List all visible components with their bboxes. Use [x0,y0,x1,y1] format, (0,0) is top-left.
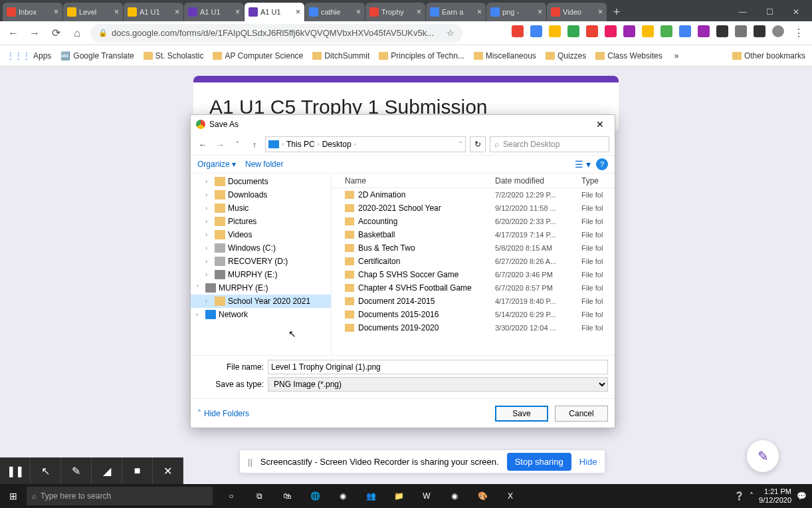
new-tab-button[interactable]: + [607,3,626,21]
pen-record-button[interactable]: ✎ [61,457,92,484]
expand-icon[interactable]: › [205,178,212,185]
tree-item[interactable]: ›Documents [191,175,331,188]
expand-icon[interactable]: › [205,258,212,265]
tree-item[interactable]: ˅MURPHY (E:) [191,281,331,295]
file-row[interactable]: Document 2014-20154/17/2019 8:40 P...Fil… [332,295,615,308]
new-folder-button[interactable]: New folder [245,160,283,169]
chrome-active-icon[interactable]: ◉ [441,484,468,508]
ext-icon[interactable] [735,25,747,37]
file-row[interactable]: Documents 2019-20203/30/2020 12:04 ...Fi… [332,321,615,334]
breadcrumb[interactable]: › This PC › Desktop › ˅ [265,136,466,152]
dialog-close-button[interactable]: ✕ [591,118,609,131]
ext-icon[interactable] [642,25,654,37]
chrome-icon[interactable]: ◉ [330,484,356,508]
bookmark-overflow[interactable]: » [674,51,679,61]
reload-button[interactable]: ⟳ [48,25,64,41]
bookmark-item[interactable]: Quizzes [546,51,586,61]
bookmark-item[interactable]: St. Scholastic [144,51,204,61]
browser-tab[interactable]: A1 U1× [124,3,183,21]
tab-close-icon[interactable]: × [417,7,421,17]
cortana-icon[interactable]: ○ [218,484,245,508]
ext-icon[interactable] [660,25,672,37]
teams-icon[interactable]: 👥 [357,484,384,508]
tab-close-icon[interactable]: × [356,7,361,17]
edit-fab[interactable]: ✎ [747,440,779,472]
notifications-icon[interactable]: 💬 [797,491,807,501]
tab-close-icon[interactable]: × [598,7,603,17]
file-row[interactable]: Accounting6/20/2020 2:33 P...File fol [332,215,615,228]
ext-icon[interactable] [716,25,728,37]
ext-icon[interactable] [549,25,561,37]
forward-button[interactable]: → [27,25,43,41]
dialog-titlebar[interactable]: Save As ✕ [191,115,615,134]
expand-icon[interactable]: › [196,311,203,318]
tab-close-icon[interactable]: × [538,7,542,17]
file-row[interactable]: Bus & Tech Two5/8/2020 8:15 AMFile fol [332,241,615,255]
edge-icon[interactable]: 🌐 [302,484,328,508]
bookmark-item[interactable]: 🔤Google Translate [60,51,134,61]
explorer-icon[interactable]: 📁 [385,484,412,508]
browser-tab[interactable]: Trophy× [365,3,425,21]
view-menu[interactable]: ☰ ▾ [575,159,591,170]
browser-tab[interactable]: A1 U1× [245,3,304,21]
tree-item[interactable]: ›Downloads [191,188,331,201]
back-button[interactable]: ← [5,25,21,41]
browser-tab[interactable]: Level× [63,3,123,21]
save-button[interactable]: Save [495,406,548,422]
hide-sharing-button[interactable]: Hide [579,457,597,467]
file-row[interactable]: Certificaiton6/27/2020 8:26 A...File fol [332,255,615,268]
close-window-button[interactable]: ✕ [783,3,809,21]
refresh-button[interactable]: ↻ [470,136,486,152]
taskview-icon[interactable]: ⧉ [246,484,272,508]
ext-icon[interactable] [512,25,524,37]
puzzle-icon[interactable] [754,25,765,37]
browser-tab[interactable]: Earn a× [426,3,486,21]
bookmark-item[interactable]: Principles of Techn... [379,51,464,61]
tree-item[interactable]: ›Videos [191,228,331,241]
maximize-button[interactable]: ☐ [756,3,783,21]
camera-record-button[interactable]: ■ [122,457,153,484]
pause-record-button[interactable]: ❚❚ [0,457,31,484]
browser-tab[interactable]: A1 U1× [184,3,244,21]
stop-sharing-button[interactable]: Stop sharing [507,453,571,471]
ext-icon[interactable] [567,25,579,37]
folder-tree[interactable]: ›Documents›Downloads›Music›Pictures›Vide… [191,174,332,355]
word-icon[interactable]: W [413,484,440,508]
address-bar[interactable]: 🔒 docs.google.com/forms/d/e/1FAIpQLSdxJ6… [90,24,462,43]
file-row[interactable]: Documents 2015-20165/14/2020 6:29 P...Fi… [332,308,615,321]
close-record-button[interactable]: ✕ [153,457,183,484]
browser-tab[interactable]: cathie× [305,3,365,21]
paint-icon[interactable]: 🎨 [469,484,496,508]
ext-icon[interactable] [623,25,635,37]
home-button[interactable]: ⌂ [69,25,85,41]
ext-icon[interactable] [605,25,617,37]
star-icon[interactable]: ☆ [447,28,455,38]
file-row[interactable]: 2020-2021 School Year9/12/2020 11:58 ...… [332,201,615,215]
tab-close-icon[interactable]: × [296,7,300,17]
other-bookmarks[interactable]: Other bookmarks [732,51,805,61]
bookmark-item[interactable]: DitchSummit [312,51,369,61]
ext-icon[interactable] [698,25,710,37]
excel-icon[interactable]: X [497,484,524,508]
browser-tab[interactable]: png - × [486,3,546,21]
tree-item[interactable]: ›Music [191,201,331,215]
tab-close-icon[interactable]: × [235,7,240,17]
expand-icon[interactable]: › [205,191,212,198]
expand-icon[interactable]: ˅ [196,285,203,291]
nav-up-button[interactable]: ↑ [248,140,261,150]
file-row[interactable]: Chapter 4 SVHS Football Game6/7/2020 8:5… [332,281,615,295]
tree-item[interactable]: ›Network [191,308,331,321]
nav-back-button[interactable]: ← [196,140,209,150]
tree-item[interactable]: ›Windows (C:) [191,241,331,255]
tree-item[interactable]: ›RECOVERY (D:) [191,255,331,268]
start-button[interactable]: ⊞ [0,491,27,501]
ext-icon[interactable] [679,25,691,37]
expand-icon[interactable]: › [205,231,212,238]
clock[interactable]: 1:21 PM 9/12/2020 [759,487,791,505]
filename-input[interactable] [268,360,608,374]
file-row[interactable]: Basketball4/17/2019 7:14 P...File fol [332,228,615,241]
help-tray-icon[interactable]: ❔ [734,491,744,501]
menu-icon[interactable]: ⋮ [791,25,807,41]
bookmark-item[interactable]: ⋮⋮⋮Apps [7,51,51,61]
search-input[interactable]: ⌕ Search Desktop [490,136,609,152]
